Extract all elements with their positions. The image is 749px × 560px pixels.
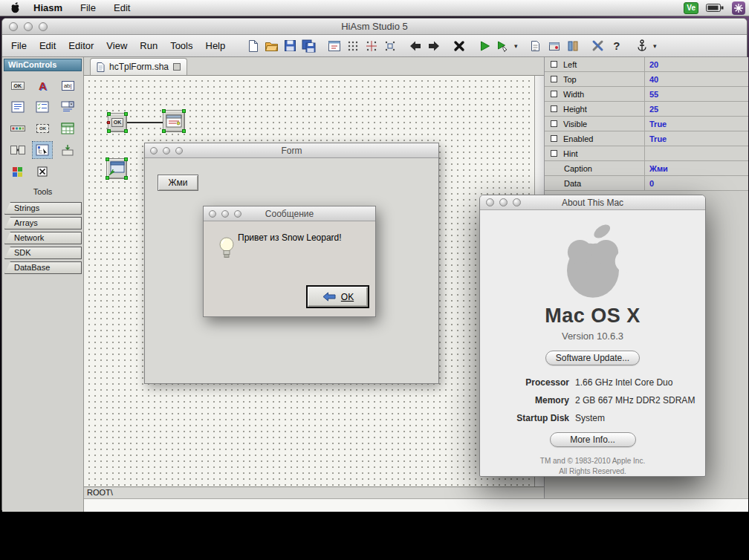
package-button[interactable] bbox=[545, 36, 563, 55]
palette-button-component[interactable]: OK bbox=[8, 77, 27, 94]
minimize-button[interactable] bbox=[221, 210, 229, 218]
property-value[interactable]: Жми bbox=[645, 161, 748, 175]
battery-icon[interactable] bbox=[706, 3, 724, 13]
category-network[interactable]: Network bbox=[4, 232, 82, 244]
anchor-dropdown-arrow[interactable]: ▾ bbox=[651, 42, 658, 50]
input-source-badge[interactable]: Ve bbox=[684, 2, 698, 14]
tab-close-icon[interactable] bbox=[173, 63, 181, 71]
more-info-button[interactable]: More Info... bbox=[550, 432, 636, 447]
palette-toolbar-component[interactable] bbox=[8, 120, 27, 137]
hiasm-titlebar[interactable]: HiAsm Studio 5 bbox=[2, 19, 747, 35]
save-all-button[interactable] bbox=[299, 36, 318, 55]
zoom-button[interactable] bbox=[175, 147, 183, 154]
close-button[interactable] bbox=[9, 22, 18, 31]
minimize-button[interactable] bbox=[499, 198, 508, 206]
close-button[interactable] bbox=[209, 210, 216, 218]
zoom-button[interactable] bbox=[234, 210, 241, 218]
ok-button[interactable]: OK bbox=[306, 285, 369, 308]
palette-combobox-component[interactable] bbox=[58, 99, 77, 115]
palette-edit-component[interactable]: ab| bbox=[58, 77, 77, 94]
run-target-button[interactable] bbox=[493, 36, 512, 55]
menubar-file[interactable]: File bbox=[80, 2, 96, 13]
palette-colorbox-component[interactable] bbox=[8, 163, 27, 180]
form-editor-button[interactable] bbox=[325, 36, 343, 55]
property-value[interactable]: 55 bbox=[645, 87, 748, 101]
component-message[interactable] bbox=[163, 110, 185, 132]
palette-grid-component[interactable] bbox=[58, 120, 77, 137]
menu-extra-icon[interactable] bbox=[732, 1, 745, 15]
help-button[interactable]: ? bbox=[607, 36, 626, 55]
port-icon[interactable] bbox=[106, 157, 109, 161]
zhmi-button[interactable]: Жми bbox=[158, 175, 198, 191]
category-strings[interactable]: Strings bbox=[4, 202, 82, 215]
component-button[interactable]: OK bbox=[108, 113, 127, 132]
port-icon[interactable] bbox=[107, 129, 111, 133]
minimize-button[interactable] bbox=[24, 22, 33, 31]
port-data-icon[interactable] bbox=[107, 121, 110, 124]
property-value[interactable]: 0 bbox=[645, 176, 748, 190]
category-sdk[interactable]: SDK bbox=[4, 247, 82, 259]
port-icon[interactable] bbox=[106, 176, 109, 180]
port-icon[interactable] bbox=[162, 129, 166, 133]
menu-edit[interactable]: Edit bbox=[39, 40, 56, 51]
property-checkbox[interactable] bbox=[551, 61, 557, 68]
port-icon[interactable] bbox=[124, 157, 128, 161]
zoom-button[interactable] bbox=[513, 198, 521, 206]
property-checkbox[interactable] bbox=[551, 91, 557, 97]
unit-button[interactable] bbox=[526, 36, 545, 55]
palette-groupbox-component[interactable]: OK bbox=[33, 120, 52, 137]
back-button[interactable] bbox=[406, 36, 424, 55]
new-file-button[interactable] bbox=[244, 36, 262, 55]
category-database[interactable]: DataBase bbox=[4, 261, 82, 274]
grid-button[interactable] bbox=[343, 36, 362, 55]
port-icon[interactable] bbox=[124, 112, 128, 116]
palette-header[interactable]: WinControls bbox=[4, 59, 82, 71]
port-icon[interactable] bbox=[162, 109, 166, 113]
tab-hctplform[interactable]: hcTplForm.sha bbox=[90, 58, 187, 75]
port-icon[interactable] bbox=[182, 129, 186, 133]
property-checkbox[interactable] bbox=[551, 135, 557, 142]
menubar-edit[interactable]: Edit bbox=[114, 2, 130, 13]
menu-file[interactable]: File bbox=[11, 40, 27, 51]
open-button[interactable] bbox=[262, 36, 281, 55]
port-icon[interactable] bbox=[107, 112, 111, 116]
property-checkbox[interactable] bbox=[551, 76, 557, 82]
tools-button[interactable] bbox=[588, 36, 607, 55]
close-button[interactable] bbox=[150, 147, 158, 154]
property-value[interactable]: 25 bbox=[645, 102, 748, 116]
software-update-button[interactable]: Software Update... bbox=[545, 351, 640, 365]
palette-listbox-component[interactable] bbox=[8, 99, 27, 115]
forward-button[interactable] bbox=[424, 36, 443, 55]
save-button[interactable] bbox=[281, 36, 299, 55]
property-value[interactable]: True bbox=[645, 117, 748, 131]
snap-grid-button[interactable] bbox=[380, 36, 399, 55]
palette-updown-component[interactable] bbox=[58, 142, 77, 158]
close-button[interactable] bbox=[486, 198, 494, 206]
form-titlebar[interactable]: Form bbox=[145, 143, 438, 158]
message-dialog[interactable]: Сообщение Привет из Snow Leopard! bbox=[203, 206, 376, 317]
zoom-button[interactable] bbox=[39, 22, 48, 31]
palette-checklist-component[interactable] bbox=[33, 99, 52, 115]
menu-view[interactable]: View bbox=[106, 40, 127, 51]
property-value[interactable]: 40 bbox=[645, 72, 748, 86]
property-value[interactable]: True bbox=[645, 131, 748, 146]
library-button[interactable] bbox=[563, 36, 582, 55]
dialog-titlebar[interactable]: Сообщение bbox=[204, 206, 375, 221]
anchor-button[interactable] bbox=[632, 36, 651, 55]
palette-splitter-component[interactable] bbox=[8, 142, 27, 158]
schema-canvas[interactable]: OK bbox=[84, 75, 534, 486]
menubar-app-name[interactable]: Hiasm bbox=[33, 2, 62, 13]
property-checkbox[interactable] bbox=[551, 150, 557, 157]
category-arrays[interactable]: Arrays bbox=[4, 217, 82, 229]
palette-tree-component-selected[interactable] bbox=[33, 142, 52, 158]
minimize-button[interactable] bbox=[163, 147, 170, 154]
port-icon[interactable] bbox=[182, 109, 186, 113]
property-value[interactable]: 20 bbox=[645, 57, 748, 71]
menu-tools[interactable]: Tools bbox=[170, 40, 192, 51]
component-form[interactable] bbox=[106, 158, 127, 179]
apple-menu-icon[interactable] bbox=[10, 2, 20, 13]
port-icon[interactable] bbox=[124, 129, 128, 133]
about-this-mac-window[interactable]: About This Mac Mac OS X Version 10.6.3 S… bbox=[479, 195, 706, 477]
menu-run[interactable]: Run bbox=[140, 40, 158, 51]
menu-editor[interactable]: Editor bbox=[68, 40, 94, 51]
